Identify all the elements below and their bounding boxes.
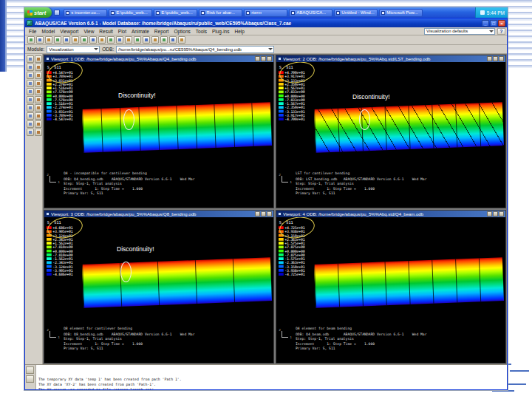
zoom-icon[interactable]	[160, 36, 168, 44]
viewport-titlebar[interactable]: Viewport: 1 ODB: /home/bridge/abaqus/pu_…	[44, 55, 273, 62]
probe-values-icon[interactable]	[27, 112, 34, 120]
context-help-button[interactable]: ?	[497, 28, 505, 35]
menu-item[interactable]: Animate	[129, 29, 151, 34]
menu-item[interactable]: File	[27, 29, 38, 34]
menu-item[interactable]: Plot	[116, 29, 129, 34]
module-combo[interactable]: Visualization	[47, 46, 100, 53]
maximize-button[interactable]: □	[490, 20, 497, 27]
animate-scale-factor-icon[interactable]	[35, 72, 42, 79]
window-titlebar[interactable]: ABAQUS/CAE Version 6.6-1 - Model Databas…	[25, 18, 507, 27]
common-options-icon[interactable]	[27, 104, 34, 112]
report-xy-icon[interactable]	[35, 129, 42, 136]
viewport-minimize-button[interactable]	[487, 56, 492, 61]
hidden-line-render-icon[interactable]	[125, 36, 132, 44]
viewport-titlebar[interactable]: Viewport: 4 ODB: /home/bridge/abaqus/pu_…	[276, 211, 505, 217]
copy-icon[interactable]	[72, 36, 79, 44]
paste-icon[interactable]	[81, 36, 88, 44]
viewport-icon	[278, 212, 282, 216]
menu-item[interactable]: Model	[39, 29, 57, 34]
path-icon[interactable]	[35, 120, 42, 128]
menu-bar: File Model Viewport View Result Plot Ani…	[25, 27, 507, 35]
defaults-combo-value: Visualization defaults	[426, 29, 468, 33]
taskbar-task-button[interactable]: s incenter.co...	[64, 9, 107, 17]
animate-harmonic-icon[interactable]	[35, 80, 42, 87]
taskbar-task-button[interactable]: Microsoft Pow...	[379, 9, 423, 17]
state-line: Q8 element for cantilever bending	[64, 326, 195, 330]
menu-item[interactable]: Result	[97, 29, 115, 34]
legend-value: -4.725e+01	[284, 272, 304, 276]
menu-item[interactable]: Plug-ins	[210, 29, 231, 34]
taskbar-task-button[interactable]: E:\public_web...	[154, 9, 197, 17]
redo-icon[interactable]	[98, 36, 106, 44]
viewport-minimize-button[interactable]	[255, 56, 260, 61]
viewport-titlebar[interactable]: Viewport: 3 ODB: /home/bridge/abaqus/pu_…	[44, 211, 273, 217]
defaults-combo[interactable]: Visualization defaults	[424, 28, 495, 35]
menu-item[interactable]: Tools	[194, 29, 209, 34]
front-view-icon[interactable]	[143, 36, 150, 44]
section-cut-icon[interactable]	[35, 88, 42, 95]
menu-item[interactable]: View	[81, 29, 96, 34]
menu-item[interactable]: Options	[171, 29, 192, 34]
rotate-icon[interactable]	[169, 36, 177, 44]
minimize-button[interactable]: _	[482, 20, 489, 27]
viewport-canvas[interactable]: S, S11 +4.547e+01	[44, 62, 273, 208]
task-label: rterm	[251, 10, 262, 15]
plot-undeformed-icon[interactable]	[27, 55, 34, 63]
command-line-icon[interactable]	[26, 375, 34, 383]
view-cut-icon[interactable]	[27, 96, 34, 103]
free-body-cut-icon[interactable]	[27, 129, 34, 136]
message-log[interactable]: The temporary XY data 'temp 1' has been …	[36, 365, 507, 389]
odb-label: ODB:	[102, 47, 114, 52]
close-button[interactable]: ×	[498, 20, 505, 27]
contour-options-icon[interactable]	[35, 96, 42, 103]
taskbar-task-button[interactable]: ABAQUS/CA...	[289, 9, 332, 17]
message-area-icon[interactable]	[26, 366, 34, 374]
menu-item[interactable]: Viewport	[58, 29, 81, 34]
quick-launch-icon[interactable]	[54, 10, 60, 16]
tray-status-icon[interactable]	[480, 10, 485, 15]
query-info-icon[interactable]	[35, 112, 42, 120]
save-icon[interactable]	[45, 36, 52, 44]
plot-material-orientation-icon[interactable]	[27, 72, 34, 79]
animate-time-history-icon[interactable]	[27, 80, 34, 87]
menu-item[interactable]: Report	[152, 29, 171, 34]
print-icon[interactable]	[54, 36, 61, 44]
viewport-maximize-button[interactable]	[261, 211, 266, 216]
shaded-render-icon[interactable]	[134, 36, 141, 44]
viewport-close-button[interactable]	[499, 56, 504, 61]
wireframe-render-icon[interactable]	[116, 36, 123, 44]
superimpose-options-icon[interactable]	[35, 104, 42, 112]
cut-icon[interactable]	[63, 36, 70, 44]
query-icon[interactable]	[107, 36, 115, 44]
taskbar-task-button[interactable]: Risk for abar...	[199, 9, 242, 17]
odb-combo[interactable]: /home/bridge/abaqus/pu...ru/CE595%Abaqus…	[116, 46, 274, 53]
viewport-minimize-button[interactable]	[487, 211, 492, 216]
open-icon[interactable]	[36, 36, 44, 44]
iso-view-icon[interactable]	[151, 36, 159, 44]
new-icon[interactable]	[27, 36, 35, 44]
field-output-icon[interactable]	[27, 88, 34, 95]
viewport-canvas[interactable]: S, S11 +4.725e+01	[276, 217, 505, 363]
undo-icon[interactable]	[89, 36, 97, 44]
xy-data-icon[interactable]	[27, 120, 34, 128]
plot-contours-icon[interactable]	[27, 64, 34, 71]
viewport-minimize-button[interactable]	[255, 211, 260, 216]
taskbar-task-button[interactable]: Untitled - Wind...	[334, 9, 378, 17]
plot-symbols-icon[interactable]	[35, 64, 42, 71]
viewport-maximize-button[interactable]	[493, 56, 498, 61]
pan-icon[interactable]	[178, 36, 185, 44]
viewport-canvas[interactable]: S, S11 +4.700e+01	[276, 62, 505, 208]
viewport-close-button[interactable]	[499, 211, 504, 216]
viewport-close-button[interactable]	[267, 56, 272, 61]
plot-deformed-icon[interactable]	[35, 55, 42, 63]
viewport-maximize-button[interactable]	[261, 56, 266, 61]
discontinuity-ellipse	[120, 262, 132, 282]
viewport-titlebar[interactable]: Viewport: 2 ODB: /home/bridge/abaqus/pu_…	[276, 55, 505, 62]
taskbar-task-button[interactable]: rterm	[244, 9, 287, 17]
viewport-canvas[interactable]: S, S11 +4.686e+01	[44, 217, 273, 363]
viewport-close-button[interactable]	[267, 211, 272, 216]
taskbar-task-button[interactable]: E:\public_web...	[109, 9, 152, 17]
viewport-maximize-button[interactable]	[493, 211, 498, 216]
menu-item[interactable]: Help	[232, 29, 246, 34]
start-button[interactable]: start	[24, 7, 52, 18]
